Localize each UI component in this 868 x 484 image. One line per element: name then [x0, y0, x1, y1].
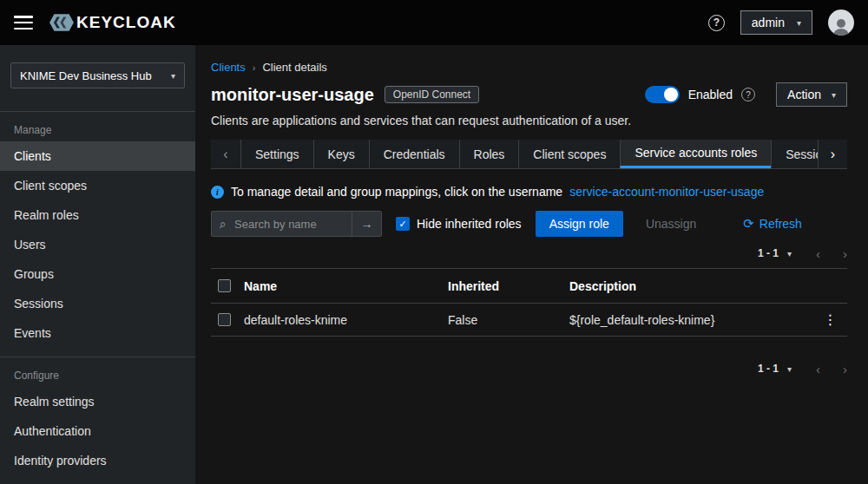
sidebar-item-user-federation[interactable]: User federation: [0, 475, 195, 484]
row-checkbox[interactable]: [218, 313, 231, 326]
sidebar-item-identity-providers[interactable]: Identity providers: [0, 446, 195, 475]
header-help-icon[interactable]: ?: [708, 15, 725, 31]
brand-text: KEYCLOAK: [76, 13, 176, 32]
pagination-top: 1 - 1 ▾ ‹ ›: [211, 242, 847, 265]
configure-nav: Realm settings Authentication Identity p…: [0, 387, 195, 484]
role-description: ${role_default-roles-knime}: [569, 313, 814, 327]
chevron-down-icon: ▾: [171, 71, 175, 81]
keycloak-logo: KEYCLOAK: [49, 10, 176, 36]
breadcrumb: Clients › Client details: [211, 61, 847, 74]
refresh-label: Refresh: [760, 217, 802, 231]
tab-keys[interactable]: Keys: [313, 140, 369, 168]
role-inherited: False: [448, 313, 569, 327]
refresh-icon: ⟳: [743, 216, 754, 232]
user-silhouette-icon: [831, 16, 852, 36]
col-header-inherited: Inherited: [448, 279, 569, 293]
pagination-bottom: 1 - 1 ▾ ‹ ›: [211, 357, 847, 380]
checkbox-checked-icon: ✓: [396, 217, 410, 231]
page-title: monitor-user-usage: [211, 85, 374, 105]
breadcrumb-separator-icon: ›: [253, 62, 256, 73]
tab-sessions[interactable]: Sessions: [771, 140, 818, 168]
pagination-next-icon[interactable]: ›: [843, 246, 847, 261]
roles-toolbar: ⌕ → ✓ Hide inherited roles Assign role U…: [211, 211, 847, 237]
unassign-button[interactable]: Unassign: [637, 217, 705, 231]
sidebar-item-clients[interactable]: Clients: [0, 141, 195, 171]
keycloak-hexagon-icon: [49, 10, 75, 36]
sidebar-item-client-scopes[interactable]: Client scopes: [0, 171, 195, 200]
sidebar-item-realm-settings[interactable]: Realm settings: [0, 387, 195, 416]
sidebar-item-sessions[interactable]: Sessions: [0, 289, 195, 318]
breadcrumb-current: Client details: [262, 61, 326, 74]
tab-service-accounts-roles[interactable]: Service accounts roles: [620, 140, 771, 168]
info-text: To manage detail and group mappings, cli…: [231, 185, 562, 199]
realm-selector[interactable]: KNIME Dev Business Hub ▾: [10, 62, 185, 88]
action-label: Action: [787, 88, 821, 101]
tab-credentials[interactable]: Credentials: [369, 140, 459, 168]
col-header-name: Name: [244, 279, 448, 293]
pagination-prev-icon[interactable]: ‹: [816, 246, 820, 261]
info-banner: i To manage detail and group mappings, c…: [211, 185, 847, 199]
pagination-caret-icon[interactable]: ▾: [787, 249, 792, 258]
search-group: ⌕ →: [211, 211, 382, 237]
table-row: default-roles-knime False ${role_default…: [211, 304, 847, 337]
app-header: KEYCLOAK ? admin ▾: [0, 0, 868, 45]
chevron-down-icon: ▾: [832, 90, 836, 100]
table-header-row: Name Inherited Description: [211, 269, 847, 304]
pagination-range: 1 - 1: [758, 363, 779, 375]
tabs: Settings Keys Credentials Roles Client s…: [240, 140, 818, 168]
protocol-badge: OpenID Connect: [385, 86, 479, 103]
action-dropdown[interactable]: Action ▾: [776, 82, 847, 107]
tab-roles[interactable]: Roles: [459, 140, 519, 168]
refresh-link[interactable]: ⟳ Refresh: [743, 216, 802, 232]
tabs-bar: ‹ Settings Keys Credentials Roles Client…: [211, 140, 847, 169]
sidebar-item-realm-roles[interactable]: Realm roles: [0, 200, 195, 230]
roles-table: Name Inherited Description default-roles…: [211, 268, 847, 337]
tab-settings[interactable]: Settings: [240, 140, 313, 168]
info-icon: i: [211, 186, 224, 199]
sidebar: KNIME Dev Business Hub ▾ Manage Clients …: [0, 45, 195, 484]
assign-role-button[interactable]: Assign role: [536, 211, 623, 237]
pagination-range: 1 - 1: [758, 247, 779, 259]
chevron-down-icon: ▾: [797, 18, 801, 28]
toggle-knob: [664, 88, 678, 101]
select-all-checkbox[interactable]: [218, 279, 231, 292]
sidebar-item-events[interactable]: Events: [0, 318, 195, 348]
section-label-configure: Configure: [0, 357, 195, 387]
page-description: Clients are applications and services th…: [211, 114, 847, 128]
search-input[interactable]: [234, 218, 352, 231]
enabled-toggle[interactable]: [645, 86, 680, 103]
user-name: admin: [752, 16, 785, 29]
pagination-caret-icon[interactable]: ▾: [787, 364, 792, 374]
sidebar-item-groups[interactable]: Groups: [0, 259, 195, 289]
manage-nav: Clients Client scopes Realm roles Users …: [0, 141, 195, 348]
tabs-scroll-right-icon[interactable]: ›: [818, 140, 847, 168]
search-submit-arrow-icon[interactable]: →: [352, 212, 381, 236]
service-account-link[interactable]: service-account-monitor-user-usage: [569, 185, 764, 199]
breadcrumb-link-clients[interactable]: Clients: [211, 61, 246, 74]
kebab-menu-icon[interactable]: ⋮: [814, 311, 847, 328]
enabled-label: Enabled: [688, 88, 733, 101]
sidebar-item-authentication[interactable]: Authentication: [0, 416, 195, 446]
role-name[interactable]: default-roles-knime: [244, 313, 448, 327]
search-icon: ⌕: [212, 217, 234, 232]
tab-client-scopes[interactable]: Client scopes: [518, 140, 620, 168]
col-header-description: Description: [569, 279, 814, 293]
enabled-help-icon[interactable]: ?: [741, 88, 755, 101]
tabs-scroll-left-icon[interactable]: ‹: [211, 140, 240, 168]
section-label-manage: Manage: [0, 112, 195, 141]
hide-inherited-checkbox[interactable]: ✓ Hide inherited roles: [396, 217, 522, 231]
user-menu-button[interactable]: admin ▾: [740, 10, 812, 35]
title-row: monitor-user-usage OpenID Connect Enable…: [211, 82, 847, 107]
main-content: Clients › Client details monitor-user-us…: [195, 45, 868, 484]
hide-inherited-label: Hide inherited roles: [417, 217, 522, 231]
sidebar-item-users[interactable]: Users: [0, 230, 195, 259]
realm-name: KNIME Dev Business Hub: [20, 69, 152, 82]
pagination-next-icon[interactable]: ›: [843, 362, 847, 376]
avatar[interactable]: [828, 10, 854, 36]
pagination-prev-icon[interactable]: ‹: [816, 362, 820, 376]
nav-toggle-icon[interactable]: [14, 16, 33, 29]
